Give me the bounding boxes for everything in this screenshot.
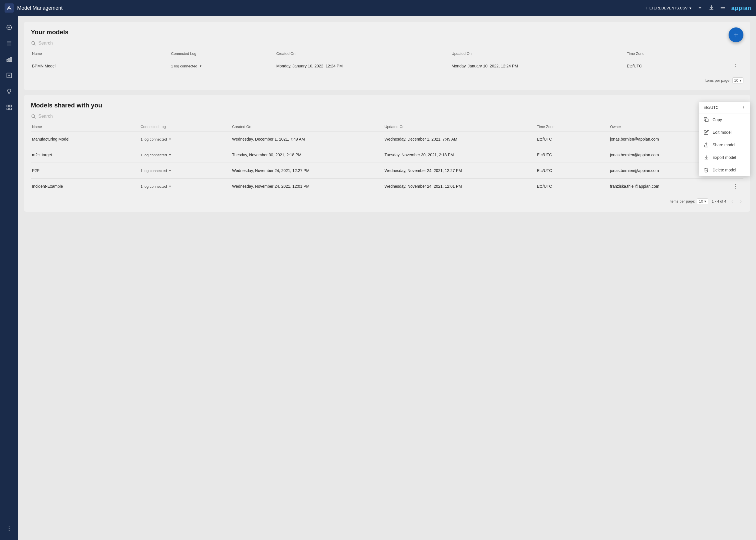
row-created-on: Monday, January 10, 2022, 12:24 PM <box>276 64 452 68</box>
filter-icon[interactable] <box>697 5 703 12</box>
share-icon <box>703 142 709 148</box>
sidebar-item-more[interactable] <box>2 522 16 535</box>
svg-point-8 <box>9 27 10 28</box>
items-per-page-label: Items per page: <box>670 199 695 203</box>
topnav-right: FILTEREDEVENTS.CSV ▾ appian <box>646 5 751 12</box>
share-model-menu-item[interactable]: Share model <box>699 139 750 151</box>
items-per-page-select[interactable]: 10 ▾ <box>732 77 743 83</box>
chevron-down-icon: ▾ <box>690 6 692 10</box>
row-connected-log: 1 log connected ▾ <box>141 184 232 189</box>
your-models-search-text: Search <box>38 41 53 46</box>
col-created-on: Created On <box>276 52 452 56</box>
row-created-on: Wednesday, December 1, 2021, 7:49 AM <box>232 137 384 141</box>
export-model-label: Export model <box>712 155 736 160</box>
table-row: Incident-Example 1 log connected ▾ Wedne… <box>31 179 743 194</box>
export-icon <box>703 155 709 160</box>
svg-line-29 <box>34 44 36 45</box>
svg-rect-18 <box>9 58 10 62</box>
row-updated-on: Tuesday, November 30, 2021, 2:18 PM <box>385 153 537 157</box>
csv-selector[interactable]: FILTEREDEVENTS.CSV ▾ <box>646 6 691 10</box>
connected-log-dropdown[interactable]: ▾ <box>169 153 171 157</box>
sidebar-item-chart[interactable] <box>2 53 16 66</box>
items-per-page: Items per page: 10 ▾ <box>704 77 743 83</box>
svg-rect-23 <box>7 108 9 110</box>
context-menu-more-icon: ⋮ <box>742 105 746 110</box>
shared-models-title: Models shared with you <box>31 102 743 109</box>
your-models-table-header: Name Connected Log Created On Updated On… <box>31 52 743 58</box>
search-icon <box>31 41 36 46</box>
col-created-on: Created On <box>232 125 384 129</box>
svg-rect-22 <box>10 105 11 107</box>
row-actions-button[interactable]: ⋮ <box>732 62 743 70</box>
shared-models-section: Models shared with you Search Name Conne… <box>24 95 750 212</box>
items-per-page-label: Items per page: <box>704 78 730 82</box>
col-actions <box>732 52 743 56</box>
sidebar-item-check[interactable] <box>2 68 16 82</box>
your-models-search-bar[interactable]: Search <box>31 41 743 46</box>
row-updated-on: Wednesday, December 1, 2021, 7:49 AM <box>385 137 537 141</box>
connected-log-dropdown[interactable]: ▾ <box>169 169 171 173</box>
your-models-footer: Items per page: 10 ▾ <box>31 74 743 83</box>
svg-point-7 <box>7 25 12 30</box>
items-per-page-select[interactable]: 10 ▾ <box>697 198 708 204</box>
context-menu: Etc/UTC ⋮ Copy <box>699 102 750 176</box>
pagination-prev-button[interactable]: ‹ <box>730 198 735 205</box>
copy-label: Copy <box>712 117 722 122</box>
svg-point-27 <box>9 530 10 531</box>
app-logo <box>5 3 14 13</box>
col-timezone: Time Zone <box>537 125 610 129</box>
row-updated-on: Monday, January 10, 2022, 12:24 PM <box>451 64 627 68</box>
items-per-page-value: 10 <box>699 199 703 203</box>
your-models-title: Your models <box>31 29 743 36</box>
connected-log-dropdown[interactable]: ▾ <box>169 184 171 188</box>
connected-log-text: 1 log connected <box>171 64 197 68</box>
col-name: Name <box>31 125 141 129</box>
sidebar-item-grid[interactable] <box>2 100 16 114</box>
svg-point-28 <box>32 42 35 45</box>
your-models-section: + Your models Search Name Connected Log … <box>24 22 750 90</box>
menu-icon[interactable] <box>720 5 726 12</box>
svg-point-26 <box>9 528 10 529</box>
row-connected-log: 1 log connected ▾ <box>141 137 232 141</box>
col-updated-on: Updated On <box>451 52 627 56</box>
sidebar-item-list[interactable] <box>2 37 16 50</box>
svg-point-30 <box>32 115 35 118</box>
col-timezone: Time Zone <box>627 52 732 56</box>
row-name: m2c_target <box>31 153 141 157</box>
search-icon <box>31 114 36 119</box>
export-model-menu-item[interactable]: Export model <box>699 151 750 164</box>
row-timezone: Etc/UTC <box>537 168 610 173</box>
row-created-on: Wednesday, November 24, 2021, 12:27 PM <box>232 168 384 173</box>
row-name: Manufacturing Model <box>31 137 141 141</box>
col-connected-log: Connected Log <box>141 125 232 129</box>
col-updated-on: Updated On <box>385 125 537 129</box>
row-timezone: Etc/UTC <box>537 137 610 141</box>
sidebar-item-compass[interactable] <box>2 21 16 34</box>
table-row: m2c_target 1 log connected ▾ Tuesday, No… <box>31 147 743 163</box>
edit-model-label: Edit model <box>712 130 731 135</box>
row-owner: franziska.thiel@appian.com <box>610 184 732 189</box>
share-model-label: Share model <box>712 143 735 147</box>
delete-model-label: Delete model <box>712 168 736 172</box>
row-created-on: Tuesday, November 30, 2021, 2:18 PM <box>232 153 384 157</box>
row-updated-on: Wednesday, November 24, 2021, 12:01 PM <box>385 184 537 189</box>
shared-items-per-page: Items per page: 10 ▾ <box>670 198 708 204</box>
add-model-button[interactable]: + <box>728 27 743 42</box>
sidebar-item-lightbulb[interactable] <box>2 84 16 98</box>
connected-log-dropdown[interactable]: ▾ <box>169 137 171 141</box>
content-area: + Your models Search Name Connected Log … <box>18 16 756 540</box>
pagination-next-button[interactable]: › <box>738 198 743 205</box>
shared-models-search-text: Search <box>38 114 53 119</box>
shared-models-search-bar[interactable]: Search <box>31 114 743 119</box>
download-icon[interactable] <box>708 5 714 12</box>
connected-log-dropdown[interactable]: ▾ <box>200 64 201 68</box>
svg-rect-32 <box>705 119 708 122</box>
row-timezone: Etc/UTC <box>537 184 610 189</box>
pagination-info: 1 - 4 of 4 <box>712 199 726 203</box>
edit-model-menu-item[interactable]: Edit model <box>699 126 750 139</box>
table-row: BPMN Model 1 log connected ▾ Monday, Jan… <box>31 58 743 74</box>
table-row: P2P 1 log connected ▾ Wednesday, Novembe… <box>31 163 743 179</box>
delete-model-menu-item[interactable]: Delete model <box>699 164 750 176</box>
copy-menu-item[interactable]: Copy <box>699 113 750 126</box>
row-actions-button[interactable]: ⋮ <box>732 182 743 191</box>
